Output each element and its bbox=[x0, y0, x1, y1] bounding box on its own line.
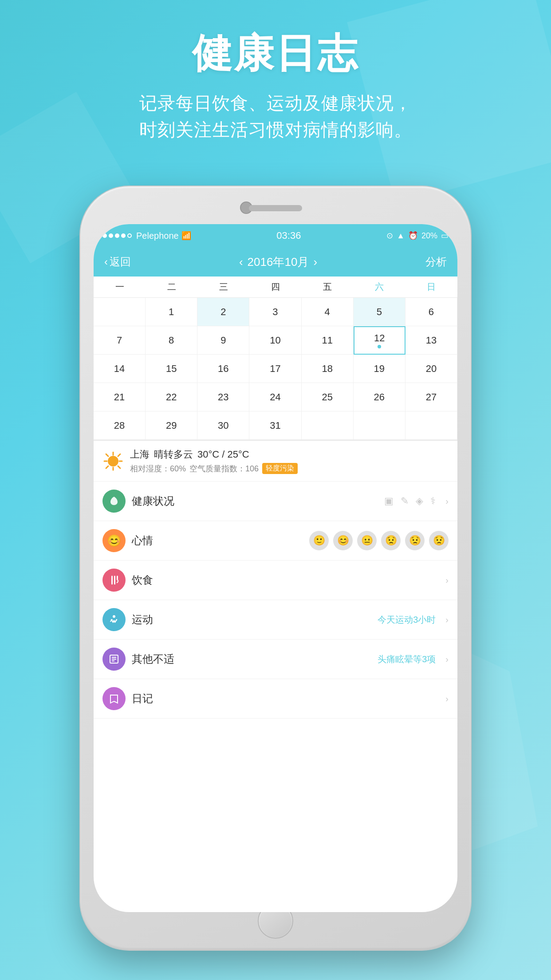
cal-empty-4 bbox=[405, 411, 457, 440]
cal-day-26[interactable]: 26 bbox=[354, 383, 405, 411]
humidity-text: 相对湿度：60% bbox=[130, 463, 186, 474]
mood-face-5[interactable]: 😟 bbox=[405, 531, 425, 550]
cal-day-4[interactable]: 4 bbox=[302, 298, 354, 326]
cal-day-10[interactable]: 10 bbox=[249, 326, 301, 355]
cal-day-23[interactable]: 23 bbox=[197, 383, 249, 411]
diet-row[interactable]: 饮食 › bbox=[94, 561, 457, 600]
cal-day-8[interactable]: 8 bbox=[146, 326, 197, 355]
mood-icon: 😊 bbox=[102, 529, 126, 552]
status-right: ⊙ ▲ ⏰ 20% ▭ bbox=[386, 231, 449, 241]
app-subtitle: 记录每日饮食、运动及健康状况， 时刻关注生活习惯对病情的影响。 bbox=[0, 90, 551, 143]
cal-empty-2 bbox=[302, 411, 354, 440]
weather-condition: 晴转多云 bbox=[154, 448, 193, 461]
nav-prev-button[interactable]: ‹ bbox=[239, 255, 243, 269]
svg-line-8 bbox=[106, 466, 108, 468]
cal-day-3[interactable]: 3 bbox=[249, 298, 301, 326]
diet-arrow: › bbox=[445, 575, 449, 585]
health-icon-needle: ✎ bbox=[401, 495, 409, 507]
mood-faces: 🙂 😊 😐 😟 😟 😟 bbox=[309, 531, 449, 550]
day-thu: 四 bbox=[249, 277, 301, 297]
health-row[interactable]: 健康状况 ▣ ✎ ◈ ⚕ › bbox=[94, 482, 457, 521]
cal-day-20[interactable]: 20 bbox=[405, 355, 457, 383]
discomfort-row[interactable]: 其他不适 头痛眩晕等3项 › bbox=[94, 640, 457, 679]
cal-day-1[interactable]: 1 bbox=[146, 298, 197, 326]
diary-row[interactable]: 日记 › bbox=[94, 679, 457, 719]
mood-face-3[interactable]: 😐 bbox=[357, 531, 377, 550]
cal-day-13[interactable]: 13 bbox=[405, 326, 457, 355]
cal-day-30[interactable]: 30 bbox=[197, 411, 249, 440]
calendar-week-3: 14 15 16 17 18 19 20 bbox=[94, 355, 457, 383]
cal-day-9[interactable]: 9 bbox=[197, 326, 249, 355]
cal-day-29[interactable]: 29 bbox=[146, 411, 197, 440]
cal-day-21[interactable]: 21 bbox=[94, 383, 146, 411]
cal-empty-1[interactable] bbox=[94, 298, 146, 326]
discomfort-arrow: › bbox=[445, 654, 449, 664]
mood-face-2[interactable]: 😊 bbox=[333, 531, 353, 550]
cal-day-14[interactable]: 14 bbox=[94, 355, 146, 383]
cal-empty-3 bbox=[354, 411, 405, 440]
nav-title: ‹ 2016年10月 › bbox=[239, 254, 317, 270]
cal-day-25[interactable]: 25 bbox=[302, 383, 354, 411]
health-status-icons: ▣ ✎ ◈ ⚕ bbox=[384, 495, 436, 507]
diet-label: 饮食 bbox=[132, 573, 436, 587]
weather-row: 上海 晴转多云 30°C / 25°C 相对湿度：60% 空气质量指数：106 … bbox=[94, 441, 457, 482]
svg-rect-11 bbox=[117, 576, 118, 579]
subtitle-line2: 时刻关注生活习惯对病情的影响。 bbox=[0, 116, 551, 143]
cal-day-22[interactable]: 22 bbox=[146, 383, 197, 411]
cal-day-18[interactable]: 18 bbox=[302, 355, 354, 383]
wifi-icon: 📶 bbox=[181, 231, 191, 241]
battery-percent: 20% bbox=[421, 231, 437, 241]
carrier-label: Pelephone bbox=[136, 231, 179, 241]
weather-city: 上海 bbox=[130, 448, 150, 461]
cal-day-2[interactable]: 2 bbox=[197, 298, 249, 326]
alarm-icon: ⏰ bbox=[408, 231, 418, 241]
cal-day-11[interactable]: 11 bbox=[302, 326, 354, 355]
cal-day-12[interactable]: 12 bbox=[354, 326, 405, 355]
mood-face-1[interactable]: 🙂 bbox=[309, 531, 329, 550]
cal-day-31[interactable]: 31 bbox=[249, 411, 301, 440]
analyze-button[interactable]: 分析 bbox=[425, 255, 447, 269]
mood-row[interactable]: 😊 心情 🙂 😊 😐 😟 😟 😟 bbox=[94, 521, 457, 561]
cal-day-7[interactable]: 7 bbox=[94, 326, 146, 355]
cal-day-27[interactable]: 27 bbox=[405, 383, 457, 411]
back-chevron: ‹ bbox=[104, 256, 108, 268]
aqi-text: 空气质量指数：106 bbox=[189, 463, 259, 474]
diary-label: 日记 bbox=[132, 692, 436, 706]
exercise-value: 今天运动3小时 bbox=[378, 614, 436, 626]
calendar-week-2: 7 8 9 10 11 12 13 bbox=[94, 326, 457, 355]
nav-next-button[interactable]: › bbox=[313, 255, 317, 269]
status-bar: Pelephone 📶 03:36 ⊙ ▲ ⏰ 20% ▭ bbox=[94, 224, 457, 247]
health-icon-bp: ▣ bbox=[384, 495, 394, 507]
weather-info: 上海 晴转多云 30°C / 25°C 相对湿度：60% 空气质量指数：106 … bbox=[130, 448, 449, 474]
cal-day-15[interactable]: 15 bbox=[146, 355, 197, 383]
cal-day-28[interactable]: 28 bbox=[94, 411, 146, 440]
cal-day-5[interactable]: 5 bbox=[354, 298, 405, 326]
cal-day-24[interactable]: 24 bbox=[249, 383, 301, 411]
status-left: Pelephone 📶 bbox=[102, 231, 191, 241]
cal-day-6[interactable]: 6 bbox=[405, 298, 457, 326]
health-arrow: › bbox=[445, 496, 449, 506]
cal-day-19[interactable]: 19 bbox=[354, 355, 405, 383]
health-label: 健康状况 bbox=[132, 494, 378, 508]
mood-face-4[interactable]: 😟 bbox=[381, 531, 401, 550]
day-headers: 一 二 三 四 五 六 日 bbox=[94, 277, 457, 298]
app-title: 健康日志 bbox=[0, 27, 551, 81]
svg-line-6 bbox=[118, 466, 120, 468]
svg-line-7 bbox=[118, 454, 120, 456]
discomfort-icon bbox=[102, 648, 126, 671]
subtitle-line1: 记录每日饮食、运动及健康状况， bbox=[0, 90, 551, 116]
signal-dot-2 bbox=[109, 233, 113, 238]
diet-icon bbox=[102, 569, 126, 592]
svg-point-12 bbox=[113, 615, 115, 618]
back-button[interactable]: ‹ 返回 bbox=[104, 255, 131, 269]
health-icon-dna: ⚕ bbox=[430, 495, 436, 507]
mood-face-6[interactable]: 😟 bbox=[429, 531, 449, 550]
exercise-row[interactable]: 运动 今天运动3小时 › bbox=[94, 600, 457, 640]
location-icon: ▲ bbox=[397, 231, 405, 241]
header-section: 健康日志 记录每日饮食、运动及健康状况， 时刻关注生活习惯对病情的影响。 bbox=[0, 27, 551, 143]
phone-mockup: Pelephone 📶 03:36 ⊙ ▲ ⏰ 20% ▭ ‹ 返回 bbox=[80, 186, 471, 950]
diary-arrow: › bbox=[445, 694, 449, 704]
cal-day-17[interactable]: 17 bbox=[249, 355, 301, 383]
cal-day-16[interactable]: 16 bbox=[197, 355, 249, 383]
nav-bar: ‹ 返回 ‹ 2016年10月 › 分析 bbox=[94, 247, 457, 277]
